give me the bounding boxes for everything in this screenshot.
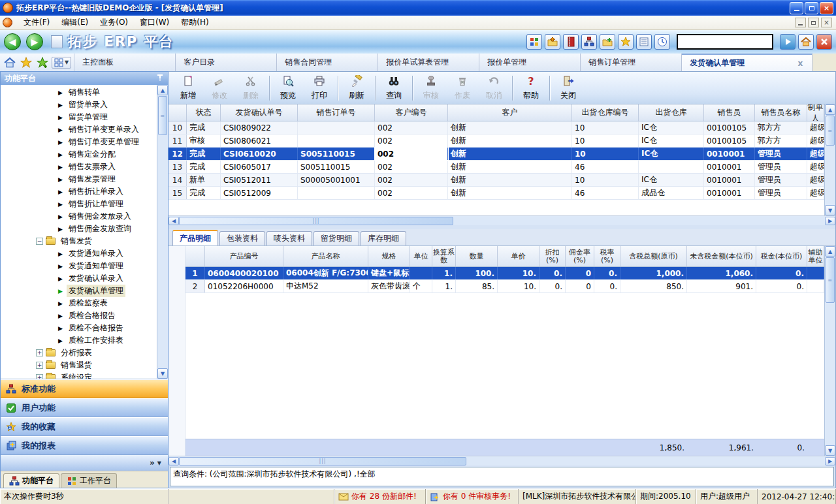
tree-item-销售订单变更单管理[interactable]: ▶销售订单变更单管理 <box>1 136 157 148</box>
column-header-单位[interactable]: 单位 <box>410 246 432 266</box>
tree-item-发货确认单录入[interactable]: ▶发货确认单录入 <box>1 272 157 285</box>
close-button[interactable]: × <box>820 2 833 14</box>
column-header-发货确认单号[interactable]: 发货确认单号 <box>221 104 298 121</box>
folder-add-icon[interactable] <box>600 34 615 50</box>
scroll-right-icon[interactable]: ▶ <box>825 217 835 225</box>
panel-overflow-button[interactable]: » ▼ <box>1 455 168 471</box>
master-vscrollbar[interactable]: ▲ ≡ ▼ <box>824 104 835 215</box>
tree-item-销售订单变更单录入[interactable]: ▶销售订单变更单录入 <box>1 123 157 136</box>
scroll-left-icon[interactable]: ◀ <box>169 217 179 225</box>
forward-button[interactable]: ▶ <box>26 33 43 50</box>
tree-item-留货单管理[interactable]: ▶留货单管理 <box>1 111 157 123</box>
column-header-含税总额(原币)[interactable]: 含税总额(原币) <box>620 246 687 266</box>
expand-icon[interactable]: + <box>36 349 43 356</box>
menu-item-0[interactable]: 文件(F) <box>18 16 56 28</box>
minimize-button[interactable] <box>790 2 803 14</box>
menu-item-4[interactable]: 帮助(H) <box>175 16 214 28</box>
column-header-产品编号[interactable]: 产品编号 <box>205 246 283 266</box>
column-header-规格[interactable]: 规格 <box>368 246 410 266</box>
tree-scrollbar[interactable]: ▲ ≡ ▼ <box>157 85 168 379</box>
scroll-thumb[interactable]: ≡ <box>158 96 167 135</box>
column-header-折扣(%)[interactable]: 折扣(%) <box>539 246 566 266</box>
tree-item-分析报表[interactable]: +分析报表 <box>1 347 157 359</box>
detail-tab-库存明细[interactable]: 库存明细 <box>361 231 406 245</box>
detail-tab-产品明细[interactable]: 产品明细 <box>172 230 218 245</box>
detail-vscrollbar[interactable]: ▲ ≡ ▼ <box>824 246 835 456</box>
scroll-thumb[interactable]: ||| <box>179 217 453 225</box>
tree-item-质检不合格报告[interactable]: ▶质检不合格报告 <box>1 322 157 334</box>
layout-icon[interactable] <box>526 34 542 50</box>
scroll-up-icon[interactable]: ▲ <box>825 104 835 115</box>
column-header-销售员名称[interactable]: 销售员名称 <box>755 104 807 121</box>
scroll-thumb[interactable]: ||| <box>179 457 466 465</box>
toolbar-button-新增[interactable]: 新增 <box>172 74 204 102</box>
table-row[interactable]: 15完成CSI0512009002创新46成品仓0010001管理员超级用户 <box>169 187 824 200</box>
tree-item-留货单录入[interactable]: ▶留货单录入 <box>1 99 157 111</box>
column-header-客户[interactable]: 客户 <box>448 104 572 121</box>
tree-item-销售佣金发放录入[interactable]: ▶销售佣金发放录入 <box>1 210 157 223</box>
detail-tab-包装资料[interactable]: 包装资料 <box>219 231 265 245</box>
master-hscrollbar[interactable]: ◀ ||| ▶ <box>169 215 835 225</box>
column-header-佣金率(%)[interactable]: 佣金率(%) <box>566 246 594 266</box>
tree-item-质检工作安排表[interactable]: ▶质检工作安排表 <box>1 334 157 347</box>
folder-export-icon[interactable] <box>545 34 560 50</box>
column-header-换算系数[interactable]: 换算系数 <box>432 246 456 266</box>
run-icon[interactable] <box>780 34 796 50</box>
scroll-thumb[interactable]: ≡ <box>826 116 835 146</box>
panel-我的报表[interactable]: 我的报表 <box>1 436 168 455</box>
column-header-销售员[interactable]: 销售员 <box>704 104 755 121</box>
column-header-数量[interactable]: 数量 <box>456 246 498 266</box>
tree-item-发货确认单管理[interactable]: ▶发货确认单管理 <box>1 285 157 297</box>
back-button[interactable]: ◀ <box>4 33 21 50</box>
column-header-制单人[interactable]: 制单人 <box>807 104 824 121</box>
column-header-客户编号[interactable]: 客户编号 <box>375 104 448 121</box>
scroll-left-icon[interactable]: ◀ <box>169 457 179 465</box>
tree-item-销售折让单录入[interactable]: ▶销售折让单录入 <box>1 185 157 198</box>
table-row[interactable]: 13完成CSI0605017S005110015002创新460010001管理… <box>169 161 824 174</box>
collapse-icon[interactable]: − <box>36 238 43 245</box>
panel-用户功能[interactable]: 用户功能 <box>1 398 168 417</box>
column-header-未含税金额(本位币)[interactable]: 未含税金额(本位币) <box>687 246 756 266</box>
sidebar-tab-工作平台[interactable]: 工作平台 <box>61 473 117 488</box>
tab-报价单管理[interactable]: 报价单管理 <box>479 54 581 71</box>
close-app-icon[interactable] <box>816 34 832 50</box>
scroll-up-icon[interactable]: ▲ <box>157 85 168 95</box>
layout-toggle-button[interactable]: ▼ <box>52 57 71 69</box>
expand-icon[interactable]: + <box>36 362 43 369</box>
tab-报价单试算表管理[interactable]: 报价单试算表管理 <box>378 54 479 71</box>
tree-item-销售退货[interactable]: +销售退货 <box>1 359 157 371</box>
toolbar-button-预览[interactable]: 预览 <box>272 74 304 102</box>
sidebar-tab-功能平台[interactable]: 功能平台 <box>3 473 59 488</box>
column-header-辅助单位[interactable]: 辅助单位 <box>807 246 824 266</box>
tab-客户目录[interactable]: 客户目录 <box>176 54 277 71</box>
clock-icon[interactable] <box>654 34 670 50</box>
tree-item-销售折让单管理[interactable]: ▶销售折让单管理 <box>1 198 157 210</box>
table-row[interactable]: 14新单CSI0512011S00005001001002创新10IC仓0010… <box>169 174 824 187</box>
toolbar-button-帮助[interactable]: ?帮助 <box>515 74 547 102</box>
scroll-right-icon[interactable]: ▶ <box>825 457 835 465</box>
tree-item-发货通知单录入[interactable]: ▶发货通知单录入 <box>1 247 157 260</box>
detail-tab-留货明细[interactable]: 留货明细 <box>314 231 359 245</box>
mdi-close-button[interactable]: × <box>821 18 832 27</box>
tree-item-销售发票管理[interactable]: ▶销售发票管理 <box>1 173 157 185</box>
favorite-add-icon[interactable] <box>35 55 50 70</box>
scroll-down-icon[interactable]: ▼ <box>825 445 835 456</box>
pin-icon[interactable] <box>156 74 164 84</box>
column-header-出货仓库编号[interactable]: 出货仓库编号 <box>572 104 639 121</box>
column-header-销售订单号[interactable]: 销售订单号 <box>298 104 375 121</box>
tree-item-质检合格报告[interactable]: ▶质检合格报告 <box>1 309 157 322</box>
table-row[interactable]: 11审核CSI0806021002创新10IC仓00100105郭方方超级用户 <box>169 134 824 148</box>
panel-标准功能[interactable]: 标准功能 <box>1 379 168 398</box>
scroll-down-icon[interactable]: ▼ <box>157 368 168 379</box>
star-icon[interactable] <box>618 34 634 50</box>
favorite-icon[interactable] <box>19 55 33 70</box>
scroll-up-icon[interactable]: ▲ <box>825 246 835 257</box>
tree-item-系统设定[interactable]: +系统设定 <box>1 371 157 379</box>
home-icon[interactable] <box>3 55 17 70</box>
tab-销售合同管理[interactable]: 销售合同管理 <box>277 54 378 71</box>
list-icon[interactable] <box>636 34 652 50</box>
toolbar-button-刷新[interactable]: 刷新 <box>341 74 372 102</box>
mdi-minimize-button[interactable] <box>795 18 806 27</box>
tree-item-质检监察表[interactable]: ▶质检监察表 <box>1 297 157 309</box>
detail-row[interactable]: 1060040002010006004创新 F/G:730000键盘+鼠标+护套… <box>185 267 824 280</box>
